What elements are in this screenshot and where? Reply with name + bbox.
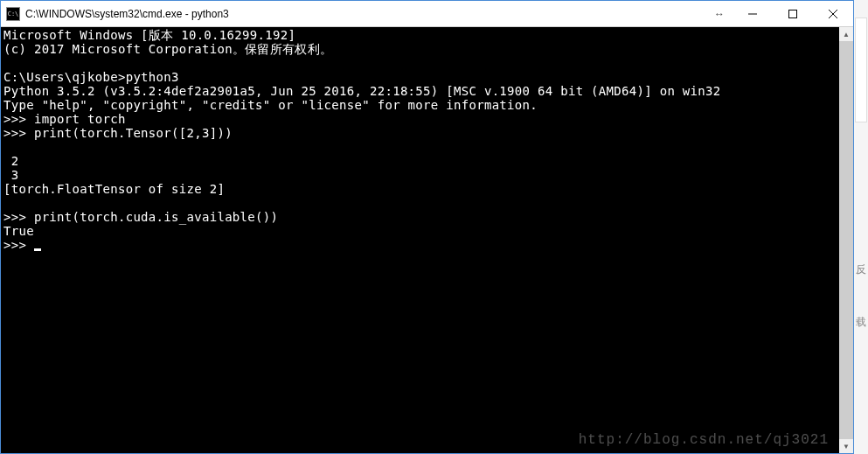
titlebar[interactable]: C:\ C:\WINDOWS\system32\cmd.exe - python… <box>1 1 853 27</box>
scrollbar[interactable]: ▲ ▼ <box>839 27 853 453</box>
scroll-thumb[interactable] <box>839 41 853 439</box>
terminal-output[interactable]: Microsoft Windows [版本 10.0.16299.192] (c… <box>1 27 839 453</box>
minimize-button[interactable] <box>733 1 773 26</box>
scroll-down-button[interactable]: ▼ <box>839 439 853 453</box>
scroll-up-button[interactable]: ▲ <box>839 27 853 41</box>
page-side-strip: 反 载 <box>854 0 868 454</box>
side-hint-b: 载 <box>856 315 866 330</box>
terminal-area: Microsoft Windows [版本 10.0.16299.192] (c… <box>1 27 853 453</box>
resize-indicator-icon: ↔ <box>706 1 733 26</box>
maximize-button[interactable] <box>773 1 813 26</box>
side-hint-a: 反 <box>856 262 866 277</box>
cmd-icon: C:\ <box>6 7 20 21</box>
close-button[interactable] <box>813 1 853 26</box>
window-title: C:\WINDOWS\system32\cmd.exe - python3 <box>25 8 229 20</box>
cursor <box>34 248 41 251</box>
scroll-track[interactable] <box>839 41 853 439</box>
window-controls: ↔ <box>706 1 853 26</box>
page-scroll-thumb[interactable] <box>855 17 867 122</box>
svg-rect-1 <box>789 10 797 17</box>
cmd-window: C:\ C:\WINDOWS\system32\cmd.exe - python… <box>0 0 854 454</box>
